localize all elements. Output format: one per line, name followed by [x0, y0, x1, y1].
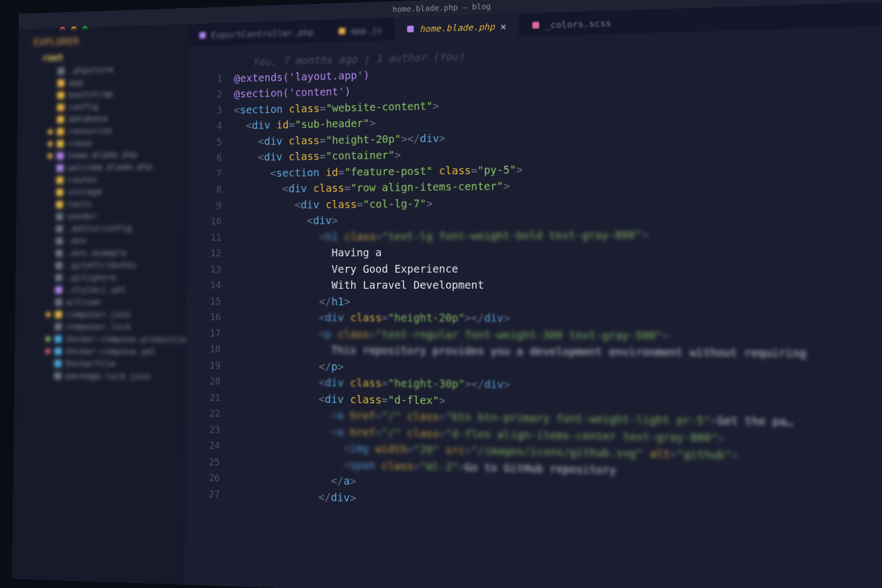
file-icon [56, 249, 63, 257]
line-number: 25 [185, 454, 220, 471]
file-tree-item[interactable]: docker-compose.yml [15, 344, 186, 358]
tab-label: home.blade.php [420, 21, 494, 34]
line-number: 13 [186, 261, 222, 277]
line-number: 10 [186, 214, 221, 230]
file-tree-item[interactable]: package-lock.json [14, 369, 185, 383]
close-tab-icon[interactable]: × [501, 20, 507, 32]
file-icon [56, 213, 63, 220]
line-number: 5 [187, 134, 222, 150]
line-number: 3 [187, 103, 222, 119]
line-number: 8 [187, 182, 222, 198]
file-label: resources [68, 125, 112, 136]
file-tree-item[interactable]: vendor [16, 209, 186, 223]
file-icon [55, 323, 62, 331]
file-label: app [68, 77, 83, 88]
file-icon [55, 310, 62, 318]
git-status-icon [48, 129, 53, 134]
file-label: routes [68, 174, 98, 185]
line-number: 14 [186, 277, 221, 293]
file-icon [57, 152, 64, 160]
file-tree-item[interactable]: composer.lock [15, 320, 186, 333]
editor-area: ExportController.phpapp.jshome.blade.php… [184, 1, 882, 588]
git-status-icon [47, 141, 52, 147]
code-line[interactable]: <div class="height-20p"></div> [233, 310, 882, 328]
code-line[interactable]: With Laravel Development [233, 276, 882, 293]
file-tree-item[interactable]: .gitattributes [15, 258, 186, 271]
line-number: 4 [187, 118, 222, 135]
file-tree-item[interactable]: artisan [15, 296, 186, 309]
file-icon [54, 372, 61, 380]
git-status-icon [47, 153, 52, 159]
line-number: 19 [185, 357, 220, 374]
file-tree-item[interactable]: tests [17, 197, 187, 211]
vscode-window: home.blade.php — blog EXPLORER root .php… [12, 0, 882, 588]
git-status-icon [46, 311, 51, 317]
file-tree-item[interactable]: docker-compose.production.yml [15, 332, 186, 346]
line-number: 7 [187, 166, 222, 182]
code-line[interactable]: </h1> [233, 293, 882, 310]
file-tree-item[interactable]: .editorconfig [16, 222, 186, 235]
git-status-icon [47, 177, 52, 183]
file-icon [56, 201, 63, 208]
file-label: vendor [67, 211, 97, 222]
file-icon [55, 298, 62, 306]
line-number: 17 [186, 325, 221, 341]
file-icon [57, 79, 64, 87]
line-number: 24 [185, 438, 220, 454]
code-view: 1234567891011121314151617181920212223242… [184, 25, 882, 588]
file-tree-item[interactable]: .gitignore [15, 271, 186, 284]
git-status-icon [46, 238, 51, 244]
git-status-icon [45, 373, 50, 379]
file-tree-item[interactable]: .env.example [16, 246, 186, 260]
git-status-icon [45, 336, 50, 342]
line-number: 27 [185, 485, 220, 503]
file-label: docker-compose.production.yml [66, 334, 188, 345]
file-label: composer.json [66, 309, 131, 320]
file-label: artisan [66, 297, 101, 307]
file-icon [55, 286, 62, 294]
editor-tab[interactable]: ExportController.php [188, 20, 326, 47]
code-content[interactable]: You, 7 months ago | 1 author (You)@exten… [227, 25, 882, 588]
file-label: package-lock.json [66, 371, 150, 382]
git-status-icon [46, 275, 51, 280]
git-status-icon [47, 202, 52, 207]
file-tree-item[interactable]: composer.json [15, 308, 186, 321]
editor-tab[interactable]: home.blade.php× [395, 14, 519, 41]
line-number: 11 [186, 230, 222, 246]
file-icon [56, 164, 63, 172]
line-number: 18 [186, 341, 221, 357]
file-label: .gitattributes [67, 260, 137, 271]
file-label: bootstrap [68, 89, 113, 100]
git-status-icon [45, 360, 50, 366]
git-status-icon [47, 190, 52, 195]
file-label: storage [67, 187, 102, 197]
git-status-icon [47, 165, 52, 171]
file-label: .phpstorm [69, 64, 114, 75]
tab-file-icon [338, 28, 345, 34]
file-label: database [68, 113, 108, 124]
tab-file-icon [407, 25, 414, 32]
git-status-icon [46, 299, 51, 305]
file-icon [57, 116, 64, 123]
editor-tab[interactable]: _colors.scss [520, 10, 624, 37]
tab-file-icon [533, 21, 539, 28]
file-tree-item[interactable]: Dockerfile [14, 357, 185, 371]
file-label: Dockerfile [66, 358, 116, 369]
file-tree-item[interactable]: .env [16, 234, 186, 247]
git-status-icon [48, 93, 53, 98]
file-label: .styleci.yml [66, 284, 126, 294]
file-icon [55, 347, 62, 355]
file-label: .gitignore [67, 272, 116, 283]
file-icon [57, 67, 64, 75]
file-label: .env [67, 236, 87, 246]
git-status-icon [47, 214, 52, 219]
file-label: views [68, 138, 93, 148]
tab-label: ExportController.php [211, 27, 314, 40]
git-status-icon [47, 226, 52, 231]
code-line[interactable]: Very Good Experience [233, 259, 882, 278]
file-tree-item[interactable]: .styleci.yml [15, 283, 186, 296]
file-icon [57, 128, 64, 136]
file-tree: .phpstormappbootstrapconfigdatabaseresou… [14, 61, 187, 383]
file-icon [56, 225, 63, 233]
editor-tab[interactable]: app.js [327, 18, 395, 42]
